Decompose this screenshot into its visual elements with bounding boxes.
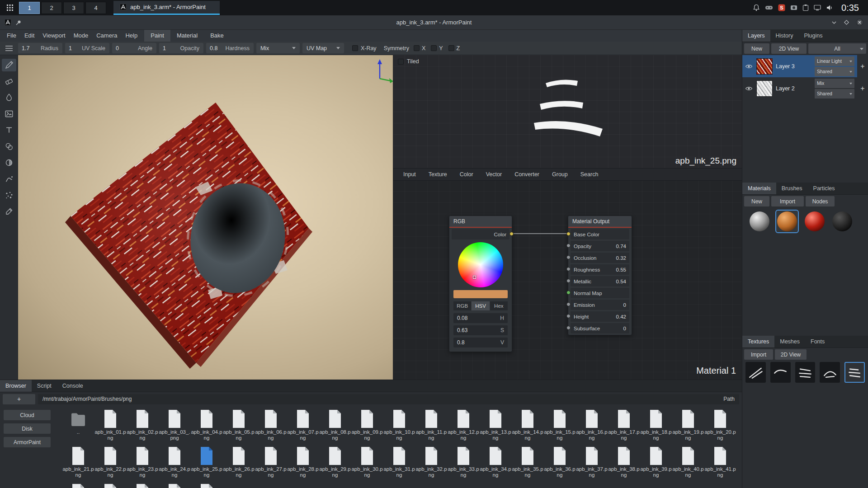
layer-main-layer-3[interactable]: Layer 3Linear LightShared: [742, 55, 857, 77]
file-apb-ink-17-png[interactable]: apb_ink_17.png: [608, 409, 640, 441]
maximize-window-button[interactable]: [844, 19, 849, 25]
file-apb-ink-13-png[interactable]: apb_ink_13.png: [480, 409, 511, 441]
file-apb-ink-35-png[interactable]: apb_ink_35.png: [512, 446, 543, 479]
sidebar-tab-layers[interactable]: Layers: [742, 30, 770, 42]
symmetry-y-checkbox[interactable]: [431, 45, 437, 51]
file-apb-ink-24-png[interactable]: apb_ink_24.png: [159, 446, 190, 479]
clock[interactable]: 0:35: [841, 3, 859, 13]
rgb-node-header[interactable]: RGB: [449, 216, 512, 228]
resources-tab-textures[interactable]: Textures: [742, 336, 774, 347]
menu-edit[interactable]: Edit: [20, 30, 38, 42]
file-apb-ink-03-png[interactable]: apb_ink_03_.png: [159, 409, 190, 441]
close-window-button[interactable]: [856, 19, 863, 26]
file-apb-ink-22-png[interactable]: apb_ink_22.png: [94, 446, 126, 479]
shade-window-button[interactable]: [831, 19, 837, 26]
path-field[interactable]: /mnt/trabajo/ArmorPaint/Brushes/png Path: [38, 394, 739, 404]
node-menu-texture[interactable]: Texture: [422, 169, 453, 181]
color-mode-tab-hex[interactable]: Hex: [490, 301, 508, 310]
materials-new-button[interactable]: New: [744, 196, 769, 206]
uv-map-dropdown[interactable]: UV Map: [302, 43, 344, 53]
file-apb-ink-08-png[interactable]: apb_ink_08.png: [319, 409, 351, 441]
node-menu-group[interactable]: Group: [546, 169, 574, 181]
file-apb-ink-25-png[interactable]: apb_ink_25.png: [191, 446, 222, 479]
file-apb-ink-09-png[interactable]: apb_ink_09.png: [351, 409, 383, 441]
file-apb-ink-30-png[interactable]: apb_ink_30.png: [351, 446, 383, 479]
hsv-slider-v[interactable]: 0.8V: [453, 338, 508, 347]
file-apb-ink-16-png[interactable]: apb_ink_16.png: [576, 409, 608, 441]
texture-item-ink-strokes-2[interactable]: [770, 362, 791, 383]
socket-height[interactable]: [566, 314, 571, 318]
file-apb-ink-18-png[interactable]: apb_ink_18.png: [640, 409, 672, 441]
material-node-editor[interactable]: InputTextureColorVectorConverterGroupSea…: [393, 169, 742, 380]
picker-tool-button[interactable]: [2, 205, 16, 218]
file-apb-ink-11-png[interactable]: apb_ink_11.png: [415, 409, 447, 441]
color-wheel-cursor[interactable]: [473, 276, 476, 279]
textures-2d-view-button[interactable]: 2D View: [775, 349, 807, 360]
layer-row-layer-3[interactable]: Layer 3Linear LightShared+: [742, 55, 868, 77]
brush-tool-button[interactable]: [2, 59, 16, 71]
place-disk[interactable]: Disk: [4, 423, 51, 434]
socket-normal-map[interactable]: [566, 291, 571, 295]
texture-item-ink-strokes-1[interactable]: [745, 362, 766, 383]
file-apb-ink-36-png[interactable]: apb_ink_36.png: [544, 446, 576, 479]
socket-subsurface[interactable]: [566, 326, 571, 330]
new-layer-button[interactable]: New: [744, 43, 769, 54]
camera-icon[interactable]: [790, 4, 797, 11]
file-apb-ink-20-png[interactable]: apb_ink_20.png: [704, 409, 736, 441]
layer-row-layer-2[interactable]: Layer 2MixShared+: [742, 77, 868, 99]
volume-icon[interactable]: [826, 5, 833, 11]
assets-tab-particles[interactable]: Particles: [808, 183, 840, 194]
layer-map-dropdown[interactable]: Shared: [815, 67, 854, 76]
node-menu-search[interactable]: Search: [574, 169, 605, 181]
toolbar-menu-button[interactable]: [0, 45, 18, 52]
material-item-silver[interactable]: [748, 210, 771, 233]
layer-filter-dropdown[interactable]: All: [808, 43, 866, 54]
sidebar-tab-plugins[interactable]: Plugins: [798, 30, 828, 42]
sidebar-tab-history[interactable]: History: [770, 30, 799, 42]
menu-mode[interactable]: Mode: [70, 30, 93, 42]
file-apb-ink-28-png[interactable]: apb_ink_28.png: [287, 446, 319, 479]
file-apb-ink-05-png[interactable]: apb_ink_05.png: [223, 409, 255, 441]
color-mode-tab-rgb[interactable]: RGB: [453, 301, 471, 310]
assets-tab-brushes[interactable]: Brushes: [776, 183, 808, 194]
socket-metallic[interactable]: [566, 279, 571, 283]
mode-tab-material[interactable]: Material: [170, 30, 204, 42]
workspace-button-2[interactable]: 2: [41, 2, 62, 14]
material-output-node[interactable]: Material Output Base ColorOpacity0.74Occ…: [568, 216, 632, 335]
file-apb-ink-21-png[interactable]: apb_ink_21.png: [62, 446, 94, 479]
texture-item-ink-strokes-3[interactable]: [795, 362, 816, 383]
menu-viewport[interactable]: Viewport: [38, 30, 69, 42]
file-apb-ink-32-png[interactable]: apb_ink_32.png: [415, 446, 447, 479]
node-menu-converter[interactable]: Converter: [508, 169, 546, 181]
2d-texture-view[interactable]: Tiled apb_ink_25.png: [393, 55, 742, 169]
screenshot-app-icon[interactable]: S: [778, 4, 785, 11]
add-bookmark-button[interactable]: +: [3, 394, 35, 404]
file-apb-ink-29-png[interactable]: apb_ink_29.png: [319, 446, 351, 479]
file-apb-ink-07-png[interactable]: apb_ink_07.png: [287, 409, 319, 441]
file-apb-ink-31-png[interactable]: apb_ink_31.png: [383, 446, 415, 479]
menu-help[interactable]: Help: [121, 30, 142, 42]
layers-2d-view-button[interactable]: 2D View: [771, 43, 807, 54]
node-menu-input[interactable]: Input: [397, 169, 422, 181]
texture-item-ink-strokes-4[interactable]: [820, 362, 840, 383]
node-input-value[interactable]: 0.42: [616, 314, 626, 319]
window-titlebar[interactable]: apb_ink_3.arm* - ArmorPaint: [0, 15, 868, 30]
particle-tool-button[interactable]: [2, 189, 16, 202]
file-apb-ink-34-png[interactable]: apb_ink_34.png: [480, 446, 511, 479]
file-apb-ink-01-png[interactable]: apb_ink_01.png: [94, 409, 126, 441]
file-apb-ink-40-png[interactable]: apb_ink_40.png: [672, 446, 704, 479]
fill-tool-button[interactable]: [2, 91, 16, 104]
node-menu-color[interactable]: Color: [453, 169, 480, 181]
layer-visibility-eye-icon[interactable]: [745, 64, 753, 69]
workspace-button-1[interactable]: 1: [19, 2, 40, 14]
pin-icon[interactable]: [15, 19, 22, 26]
file-apb-ink-39-png[interactable]: apb_ink_39.png: [640, 446, 672, 479]
app-launcher-button[interactable]: [4, 1, 16, 14]
workspace-button-4[interactable]: 4: [85, 2, 106, 14]
brush-setting-radius[interactable]: 1.7Radius: [18, 43, 62, 53]
file-apb-ink-14-png[interactable]: apb_ink_14.png: [512, 409, 543, 441]
file-apb-ink-33-png[interactable]: apb_ink_33.png: [448, 446, 479, 479]
texture-item-ink-strokes-5[interactable]: [844, 362, 865, 383]
gamepad-icon[interactable]: [765, 5, 773, 11]
rgb-node[interactable]: RGB Color RGBHSVHex 0.08H0.63S0.8V: [449, 216, 512, 352]
